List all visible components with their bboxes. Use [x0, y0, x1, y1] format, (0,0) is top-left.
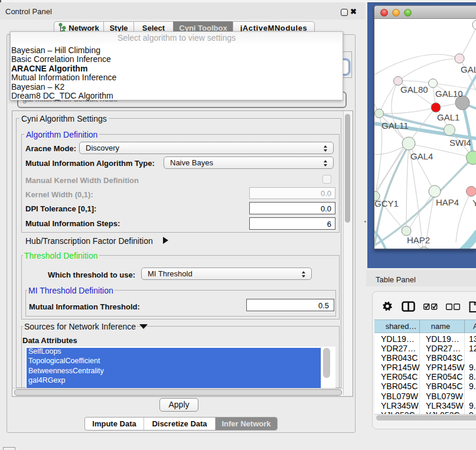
- svg-text:Y: Y: [472, 198, 476, 208]
- svg-text:GAL1: GAL1: [437, 112, 459, 122]
- svg-text:GAL11: GAL11: [382, 120, 409, 131]
- svg-text:GAL: GAL: [461, 64, 476, 74]
- svg-text:GCY1: GCY1: [374, 198, 399, 208]
- svg-text:GAL80: GAL80: [400, 84, 428, 94]
- svg-text:SWI4: SWI4: [449, 138, 471, 148]
- svg-text:HAP4: HAP4: [436, 197, 459, 207]
- svg-text:HAP2: HAP2: [407, 235, 430, 245]
- svg-text:GAL4: GAL4: [410, 151, 433, 161]
- svg-text:GAL10: GAL10: [435, 89, 463, 99]
